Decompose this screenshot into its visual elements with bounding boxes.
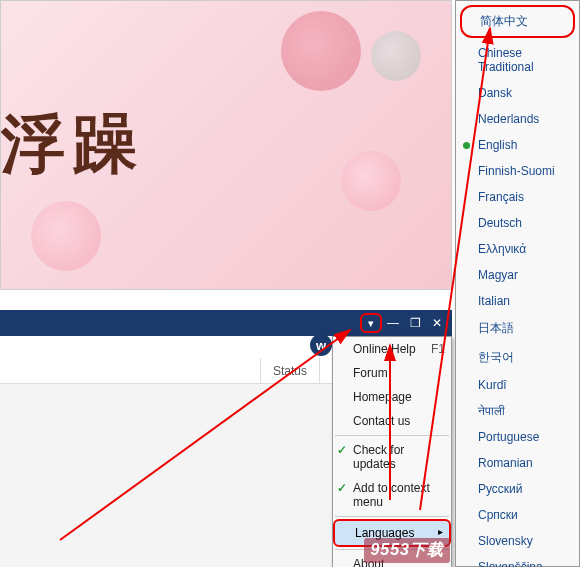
- language-item[interactable]: Finnish-Suomi: [456, 158, 579, 184]
- language-label: Српски: [478, 508, 518, 522]
- language-label: Français: [478, 190, 524, 204]
- language-label: 日本語: [478, 321, 514, 335]
- language-item[interactable]: Nederlands: [456, 106, 579, 132]
- menu-label: Homepage: [353, 390, 412, 404]
- language-item[interactable]: Dansk: [456, 80, 579, 106]
- menu-label: Add to context menu: [353, 481, 430, 509]
- menu-forum[interactable]: Forum: [333, 361, 451, 385]
- menu-label: Online Help: [353, 342, 416, 356]
- language-label: Kurdî: [478, 378, 507, 392]
- language-label: English: [478, 138, 517, 152]
- language-label: Nederlands: [478, 112, 539, 126]
- dropdown-button[interactable]: ▾: [360, 313, 382, 333]
- language-item[interactable]: Romanian: [456, 450, 579, 476]
- language-label: Magyar: [478, 268, 518, 282]
- menu-check-updates[interactable]: Check for updates: [333, 438, 451, 476]
- language-item[interactable]: Deutsch: [456, 210, 579, 236]
- language-item[interactable]: Slovenščina: [456, 554, 579, 567]
- language-label: Romanian: [478, 456, 533, 470]
- language-label: Chinese Traditional: [478, 46, 534, 74]
- language-item[interactable]: Русский: [456, 476, 579, 502]
- language-item[interactable]: 日本語: [456, 314, 579, 343]
- context-menu: Online Help F1 Forum Homepage Contact us…: [332, 336, 452, 567]
- close-button[interactable]: ✕: [426, 313, 448, 333]
- language-label: Italian: [478, 294, 510, 308]
- restore-icon: ❐: [410, 316, 421, 330]
- menu-separator: [335, 516, 449, 517]
- language-item[interactable]: Français: [456, 184, 579, 210]
- language-label: Ελληνικά: [478, 242, 526, 256]
- menu-label: Forum: [353, 366, 388, 380]
- menu-online-help[interactable]: Online Help F1: [333, 337, 451, 361]
- language-label: Русский: [478, 482, 523, 496]
- language-label: Slovensky: [478, 534, 533, 548]
- flower-decor: [371, 31, 421, 81]
- language-item[interactable]: Italian: [456, 288, 579, 314]
- minimize-icon: —: [387, 316, 399, 330]
- flower-decor: [281, 11, 361, 91]
- language-item[interactable]: Chinese Traditional: [456, 40, 579, 80]
- language-item[interactable]: Portuguese: [456, 424, 579, 450]
- menu-homepage[interactable]: Homepage: [333, 385, 451, 409]
- app-badge: w: [310, 334, 332, 356]
- language-submenu: 简体中文Chinese TraditionalDanskNederlandsEn…: [455, 0, 580, 567]
- language-label: Finnish-Suomi: [478, 164, 555, 178]
- language-item[interactable]: 简体中文: [460, 5, 575, 38]
- close-icon: ✕: [432, 316, 442, 330]
- minimize-button[interactable]: —: [382, 313, 404, 333]
- banner-image: 浮躁: [0, 0, 452, 290]
- menu-label: Contact us: [353, 414, 410, 428]
- menu-separator: [335, 435, 449, 436]
- language-item[interactable]: Ελληνικά: [456, 236, 579, 262]
- chevron-down-icon: ▾: [368, 317, 374, 330]
- menu-contact[interactable]: Contact us: [333, 409, 451, 433]
- flower-decor: [341, 151, 401, 211]
- language-item[interactable]: Magyar: [456, 262, 579, 288]
- language-label: Deutsch: [478, 216, 522, 230]
- menu-shortcut: F1: [431, 342, 445, 356]
- language-item[interactable]: Српски: [456, 502, 579, 528]
- flower-decor: [31, 201, 101, 271]
- language-label: 简体中文: [480, 14, 528, 28]
- menu-label: Check for updates: [353, 443, 404, 471]
- language-item[interactable]: Kurdî: [456, 372, 579, 398]
- language-item[interactable]: नेपाली: [456, 398, 579, 424]
- title-bar: ▾ — ❐ ✕: [0, 310, 452, 336]
- submenu-arrow-icon: ▸: [438, 526, 443, 537]
- menu-add-context[interactable]: Add to context menu: [333, 476, 451, 514]
- language-item[interactable]: English: [456, 132, 579, 158]
- language-label: Portuguese: [478, 430, 539, 444]
- watermark: 9553下载: [364, 538, 450, 563]
- language-item[interactable]: 한국어: [456, 343, 579, 372]
- language-label: नेपाली: [478, 404, 505, 418]
- restore-button[interactable]: ❐: [404, 313, 426, 333]
- status-column-header[interactable]: Status: [260, 358, 320, 383]
- app-badge-text: w: [316, 338, 326, 353]
- banner-text: 浮躁: [1, 101, 145, 188]
- language-label: 한국어: [478, 350, 514, 364]
- language-label: Dansk: [478, 86, 512, 100]
- language-label: Slovenščina: [478, 560, 543, 567]
- language-item[interactable]: Slovensky: [456, 528, 579, 554]
